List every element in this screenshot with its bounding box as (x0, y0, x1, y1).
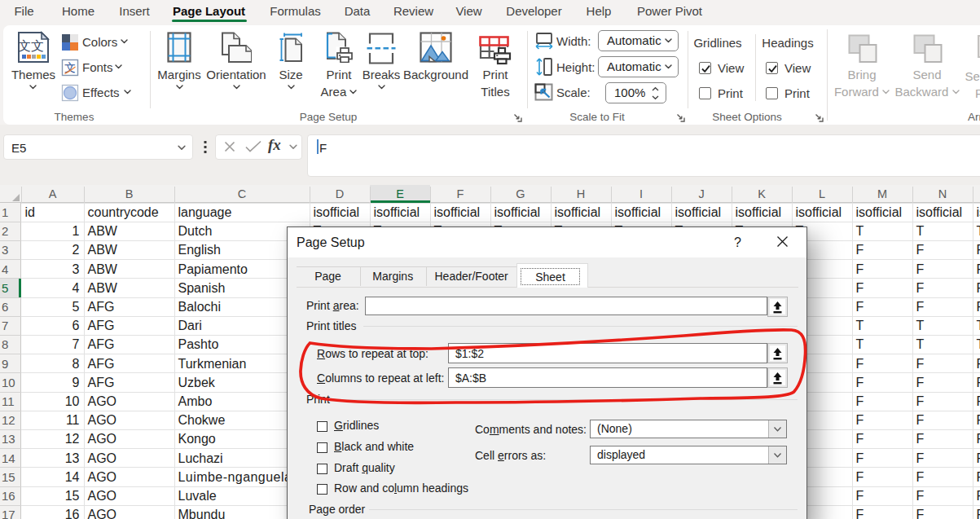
svg-text:文文: 文文 (18, 39, 44, 53)
